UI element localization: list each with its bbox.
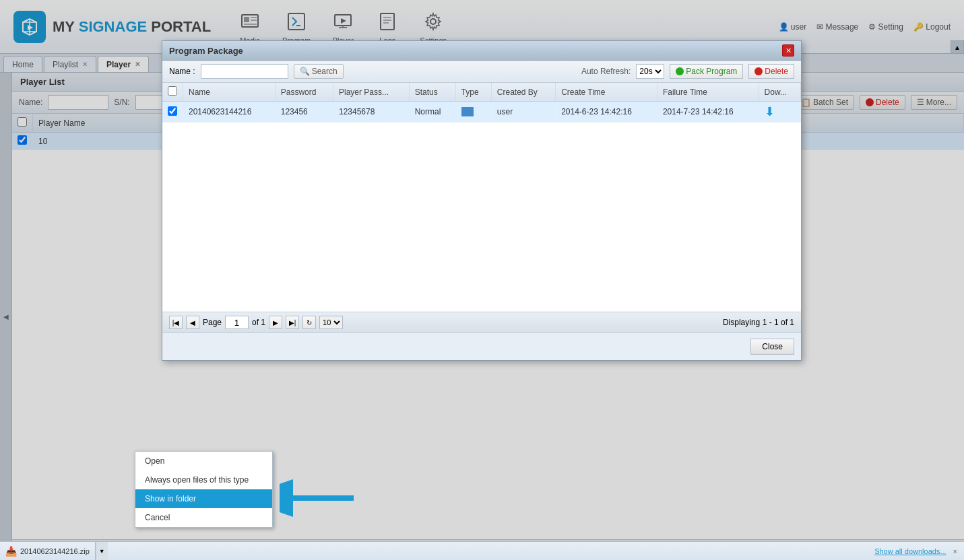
monitor-type-icon	[461, 107, 474, 116]
dialog-page-label: Page	[203, 318, 222, 327]
context-menu-item-always-open[interactable]: Always open files of this type	[135, 470, 272, 489]
dialog-of-label: of 1	[252, 318, 265, 327]
download-right-section: Show all downloads... ×	[874, 547, 957, 555]
pkg-name: 20140623144216	[183, 102, 276, 123]
dialog-name-input[interactable]	[201, 64, 288, 79]
dialog-close-button[interactable]: ✕	[782, 44, 794, 57]
dialog-next-page[interactable]: ▶	[269, 316, 282, 329]
pkg-created-by: user	[491, 102, 555, 123]
context-menu-item-open[interactable]: Open	[135, 452, 272, 470]
pkg-create-time: 2014-6-23 14:42:16	[556, 102, 657, 123]
context-menu: Open Always open files of this type Show…	[135, 451, 273, 528]
dialog-name-label: Name :	[169, 67, 195, 76]
col-create-time: Create Time	[556, 83, 657, 102]
dialog-table-row[interactable]: 20140623144216 123456 12345678 Normal us…	[162, 102, 801, 123]
download-icon[interactable]: ⬇	[765, 105, 775, 118]
download-file-icon: 📥	[5, 546, 17, 557]
dialog-prev-page[interactable]: ◀	[186, 316, 199, 329]
col-created-by: Created By	[491, 83, 555, 102]
col-name: Name	[183, 83, 276, 102]
download-file-item: 📥 20140623144216.zip	[0, 542, 96, 560]
dialog-first-page[interactable]: |◀	[169, 316, 183, 329]
dialog-table-wrapper: Name Password Player Pass... Status Type…	[162, 83, 801, 312]
col-status: Status	[409, 83, 455, 102]
dialog-displaying: Displaying 1 - 1 of 1	[723, 318, 794, 327]
download-bar: 📥 20140623144216.zip ▼ Show all download…	[0, 541, 964, 560]
dialog-page-input[interactable]	[225, 316, 249, 329]
arrow-indicator	[280, 478, 360, 520]
dialog-search-icon: 🔍	[300, 67, 310, 76]
col-password: Password	[275, 83, 333, 102]
dialog-pagination: |◀ ◀ Page of 1 ▶ ▶| ↻ 10 20 50 Displayin…	[162, 312, 801, 332]
dialog-last-page[interactable]: ▶|	[286, 316, 299, 329]
dialog-close-btn[interactable]: Close	[750, 339, 794, 355]
col-download: Dow...	[759, 83, 800, 102]
program-package-dialog: Program Package ✕ Name : 🔍 Search Auto R…	[162, 40, 802, 361]
show-downloads-link[interactable]: Show all downloads...	[874, 547, 946, 555]
auto-refresh-label: Auto Refresh:	[581, 67, 631, 76]
pkg-download[interactable]: ⬇	[759, 102, 800, 123]
dialog-table: Name Password Player Pass... Status Type…	[162, 83, 801, 123]
pkg-password: 123456	[275, 102, 333, 123]
pkg-status: Normal	[409, 102, 455, 123]
pkg-failure-time: 2014-7-23 14:42:16	[657, 102, 759, 123]
pkg-type	[455, 102, 491, 123]
dialog-per-page-select[interactable]: 10 20 50	[319, 316, 343, 329]
dialog-search-btn[interactable]: 🔍 Search	[294, 64, 344, 79]
dialog-title: Program Package	[169, 46, 243, 56]
dialog-refresh-btn[interactable]: ↻	[302, 316, 316, 329]
dialog-footer: Close	[162, 332, 801, 360]
dialog-delete-btn[interactable]: Delete	[748, 64, 794, 79]
download-filename: 20140623144216.zip	[20, 547, 90, 555]
col-type: Type	[455, 83, 491, 102]
close-download-btn[interactable]: ×	[953, 547, 957, 555]
dialog-title-bar: Program Package ✕	[162, 41, 801, 61]
dialog-row-checkbox[interactable]	[168, 106, 177, 116]
context-menu-item-show-folder[interactable]: Show in folder	[135, 489, 272, 508]
dialog-toolbar: Name : 🔍 Search Auto Refresh: 5s 10s 20s…	[162, 61, 801, 83]
auto-refresh-select[interactable]: 5s 10s 20s 30s 60s	[636, 64, 664, 79]
pkg-player-pass: 12345678	[333, 102, 409, 123]
context-menu-item-cancel[interactable]: Cancel	[135, 508, 272, 527]
pack-program-btn[interactable]: Pack Program	[670, 64, 743, 79]
dialog-select-all[interactable]	[168, 86, 177, 96]
dialog-del-icon	[754, 67, 763, 75]
pack-icon	[676, 67, 684, 75]
download-dropdown-btn[interactable]: ▼	[96, 542, 108, 560]
col-failure-time: Failure Time	[657, 83, 759, 102]
col-player-pass: Player Pass...	[333, 83, 409, 102]
